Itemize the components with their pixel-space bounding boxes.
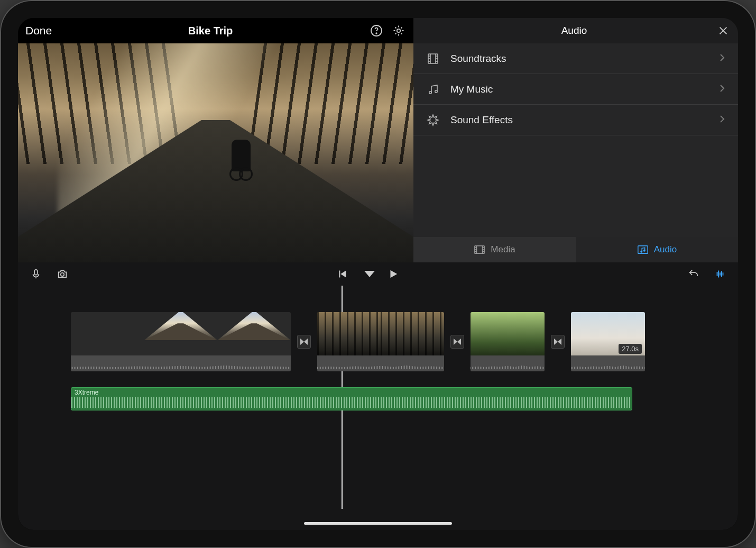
play-icon[interactable] [385,267,400,281]
clip-audio-waveform [471,355,545,371]
browser-tabs: Media Audio [413,237,738,262]
audio-category-list: Soundtracks My Music S [413,43,738,237]
svg-rect-10 [34,270,38,275]
video-clip[interactable] [317,312,444,371]
svg-rect-7 [638,246,648,254]
audio-row-label: Sound Effects [450,114,708,126]
playhead-marker-icon [364,271,375,277]
video-clip[interactable] [471,312,545,371]
svg-point-1 [376,33,377,34]
media-reel-icon [474,244,485,255]
project-title: Bike Trip [59,25,362,37]
tab-media[interactable]: Media [413,237,576,262]
clip-audio-waveform [71,355,291,371]
audio-panel-title: Audio [432,25,716,36]
audio-clip[interactable]: 3Xtreme [71,387,632,410]
preview-header: Done Bike Trip [18,18,413,43]
svg-point-8 [641,251,642,252]
preview-pane: Done Bike Trip [18,18,413,262]
clip-audio-waveform [571,355,645,371]
tab-media-label: Media [491,244,515,255]
waveform-icon[interactable] [713,267,727,281]
chevron-right-icon [719,84,725,95]
settings-gear-icon[interactable] [391,23,406,38]
audio-row-soundtracks[interactable]: Soundtracks [413,43,738,74]
video-clip[interactable]: 27.0s [571,312,645,371]
transition-icon[interactable] [551,335,565,349]
svg-point-2 [397,29,400,32]
home-indicator[interactable] [304,522,452,525]
close-icon[interactable] [716,23,731,38]
audio-clip-label: 3Xtreme [75,389,98,396]
burst-icon [426,113,440,127]
undo-icon[interactable] [686,267,701,281]
microphone-icon[interactable] [29,267,43,281]
clip-duration-badge: 27.0s [619,344,642,354]
chevron-right-icon [719,53,725,65]
transition-icon[interactable] [297,335,311,349]
preview-video[interactable] [18,43,413,262]
audio-row-label: My Music [450,84,708,95]
audio-panel-header: Audio [413,18,738,43]
svg-point-5 [435,90,437,92]
chevron-right-icon [719,114,725,126]
tab-audio-label: Audio [654,244,677,255]
svg-point-11 [61,273,64,276]
video-track: 27.0s [18,312,738,371]
done-button[interactable]: Done [25,24,52,37]
svg-point-4 [429,91,431,93]
transition-icon[interactable] [450,335,464,349]
audio-row-label: Soundtracks [450,53,708,65]
help-icon[interactable] [369,23,384,38]
skip-back-icon[interactable] [335,267,349,281]
audio-row-my-music[interactable]: My Music [413,74,738,105]
timeline-toolbar [18,262,738,286]
svg-point-9 [643,250,645,252]
timeline[interactable]: 27.0s 3Xtreme [18,286,738,530]
film-strip-icon [426,52,440,66]
audio-note-icon [637,244,649,255]
tab-audio[interactable]: Audio [576,237,738,262]
audio-browser-panel: Audio Soundtracks [413,18,738,262]
camera-icon[interactable] [55,267,70,281]
clip-audio-waveform [317,355,444,371]
video-clip[interactable] [71,312,291,371]
audio-row-sound-effects[interactable]: Sound Effects [413,105,738,135]
music-note-icon [426,83,440,96]
